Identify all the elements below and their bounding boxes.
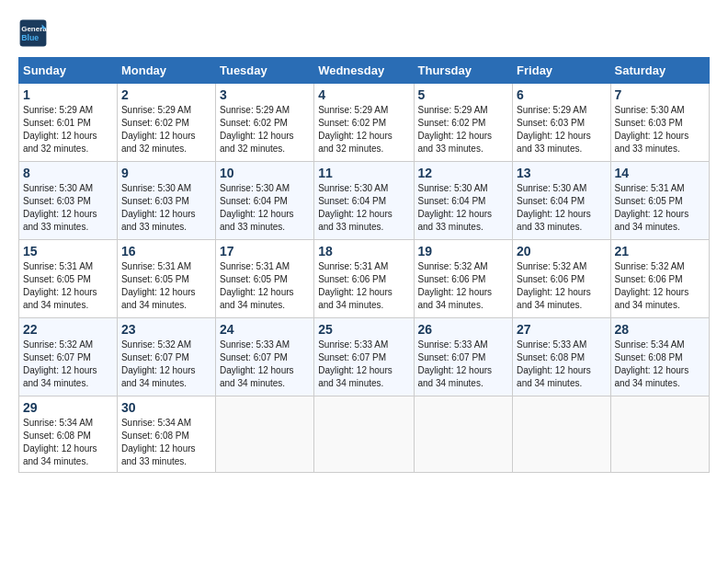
day-number: 19 [418, 244, 509, 259]
day-info: Sunrise: 5:30 AMSunset: 6:04 PMDaylight:… [318, 182, 409, 234]
calendar-cell: 19Sunrise: 5:32 AMSunset: 6:06 PMDayligh… [414, 240, 513, 318]
calendar-header-row: SundayMondayTuesdayWednesdayThursdayFrid… [19, 58, 710, 84]
calendar-cell: 10Sunrise: 5:30 AMSunset: 6:04 PMDayligh… [215, 162, 313, 240]
day-number: 29 [23, 400, 113, 415]
day-info: Sunrise: 5:31 AMSunset: 6:05 PMDaylight:… [121, 260, 211, 312]
day-info: Sunrise: 5:31 AMSunset: 6:05 PMDaylight:… [220, 260, 310, 312]
calendar-header-thursday: Thursday [414, 58, 513, 84]
day-info: Sunrise: 5:29 AMSunset: 6:02 PMDaylight:… [121, 104, 211, 155]
day-info: Sunrise: 5:32 AMSunset: 6:06 PMDaylight:… [418, 260, 509, 312]
day-number: 16 [121, 244, 211, 259]
calendar-cell: 20Sunrise: 5:32 AMSunset: 6:06 PMDayligh… [513, 240, 610, 318]
day-number: 13 [517, 166, 606, 180]
day-info: Sunrise: 5:33 AMSunset: 6:07 PMDaylight:… [220, 339, 310, 390]
day-number: 18 [318, 244, 409, 259]
day-number: 20 [517, 244, 606, 259]
calendar-cell: 25Sunrise: 5:33 AMSunset: 6:07 PMDayligh… [314, 318, 414, 396]
day-number: 26 [418, 322, 509, 337]
calendar-cell: 5Sunrise: 5:29 AMSunset: 6:02 PMDaylight… [414, 84, 513, 162]
day-number: 21 [615, 244, 705, 259]
day-info: Sunrise: 5:32 AMSunset: 6:07 PMDaylight:… [121, 339, 211, 390]
day-number: 27 [517, 322, 606, 337]
calendar-cell [314, 396, 414, 473]
day-info: Sunrise: 5:30 AMSunset: 6:03 PMDaylight:… [121, 182, 211, 234]
day-number: 6 [517, 87, 606, 102]
calendar-cell: 28Sunrise: 5:34 AMSunset: 6:08 PMDayligh… [610, 318, 709, 396]
calendar-cell: 21Sunrise: 5:32 AMSunset: 6:06 PMDayligh… [610, 240, 709, 318]
day-number: 1 [23, 87, 113, 102]
calendar-cell: 12Sunrise: 5:30 AMSunset: 6:04 PMDayligh… [414, 162, 513, 240]
calendar-cell: 2Sunrise: 5:29 AMSunset: 6:02 PMDaylight… [117, 84, 215, 162]
calendar-cell: 8Sunrise: 5:30 AMSunset: 6:03 PMDaylight… [19, 162, 118, 240]
day-info: Sunrise: 5:29 AMSunset: 6:02 PMDaylight:… [220, 104, 310, 155]
day-number: 2 [121, 87, 211, 102]
calendar-week-row: 15Sunrise: 5:31 AMSunset: 6:05 PMDayligh… [19, 240, 710, 318]
day-info: Sunrise: 5:32 AMSunset: 6:06 PMDaylight:… [517, 260, 606, 312]
day-info: Sunrise: 5:29 AMSunset: 6:02 PMDaylight:… [418, 104, 509, 155]
day-number: 25 [318, 322, 409, 337]
day-info: Sunrise: 5:34 AMSunset: 6:08 PMDaylight:… [615, 339, 705, 390]
calendar-cell: 22Sunrise: 5:32 AMSunset: 6:07 PMDayligh… [19, 318, 118, 396]
calendar-header-wednesday: Wednesday [314, 58, 414, 84]
day-info: Sunrise: 5:31 AMSunset: 6:05 PMDaylight:… [23, 260, 113, 312]
calendar-week-row: 1Sunrise: 5:29 AMSunset: 6:01 PMDaylight… [19, 84, 710, 162]
day-number: 17 [220, 244, 310, 259]
day-number: 3 [220, 87, 310, 102]
day-info: Sunrise: 5:34 AMSunset: 6:08 PMDaylight:… [121, 417, 211, 468]
calendar-cell: 15Sunrise: 5:31 AMSunset: 6:05 PMDayligh… [19, 240, 118, 318]
day-info: Sunrise: 5:33 AMSunset: 6:08 PMDaylight:… [517, 339, 606, 390]
svg-text:Blue: Blue [21, 33, 39, 42]
day-number: 28 [615, 322, 705, 337]
day-info: Sunrise: 5:31 AMSunset: 6:06 PMDaylight:… [318, 260, 409, 312]
calendar-header-sunday: Sunday [19, 58, 118, 84]
day-number: 22 [23, 322, 113, 337]
calendar-cell: 7Sunrise: 5:30 AMSunset: 6:03 PMDaylight… [610, 84, 709, 162]
calendar-week-row: 29Sunrise: 5:34 AMSunset: 6:08 PMDayligh… [19, 396, 710, 473]
day-info: Sunrise: 5:33 AMSunset: 6:07 PMDaylight:… [418, 339, 509, 390]
logo: General Blue [18, 18, 51, 48]
calendar-cell: 6Sunrise: 5:29 AMSunset: 6:03 PMDaylight… [513, 84, 610, 162]
calendar-header-tuesday: Tuesday [215, 58, 313, 84]
calendar-cell [513, 396, 610, 473]
day-info: Sunrise: 5:32 AMSunset: 6:06 PMDaylight:… [615, 260, 705, 312]
day-number: 4 [318, 87, 409, 102]
day-info: Sunrise: 5:29 AMSunset: 6:01 PMDaylight:… [23, 104, 113, 155]
day-number: 11 [318, 166, 409, 180]
calendar-cell: 26Sunrise: 5:33 AMSunset: 6:07 PMDayligh… [414, 318, 513, 396]
day-number: 12 [418, 166, 509, 180]
calendar-cell: 14Sunrise: 5:31 AMSunset: 6:05 PMDayligh… [610, 162, 709, 240]
day-number: 9 [121, 166, 211, 180]
day-info: Sunrise: 5:34 AMSunset: 6:08 PMDaylight:… [23, 417, 113, 468]
calendar-cell: 17Sunrise: 5:31 AMSunset: 6:05 PMDayligh… [215, 240, 313, 318]
day-number: 7 [615, 87, 705, 102]
calendar-header-friday: Friday [513, 58, 610, 84]
calendar-cell: 30Sunrise: 5:34 AMSunset: 6:08 PMDayligh… [117, 396, 215, 473]
day-number: 14 [615, 166, 705, 180]
calendar-cell: 18Sunrise: 5:31 AMSunset: 6:06 PMDayligh… [314, 240, 414, 318]
day-info: Sunrise: 5:30 AMSunset: 6:04 PMDaylight:… [418, 182, 509, 234]
day-number: 30 [121, 400, 211, 415]
calendar-cell: 29Sunrise: 5:34 AMSunset: 6:08 PMDayligh… [19, 396, 118, 473]
calendar-cell [215, 396, 313, 473]
day-info: Sunrise: 5:31 AMSunset: 6:05 PMDaylight:… [615, 182, 705, 234]
day-info: Sunrise: 5:30 AMSunset: 6:03 PMDaylight:… [23, 182, 113, 234]
day-info: Sunrise: 5:30 AMSunset: 6:04 PMDaylight:… [517, 182, 606, 234]
calendar-body: 1Sunrise: 5:29 AMSunset: 6:01 PMDaylight… [19, 84, 710, 473]
day-number: 5 [418, 87, 509, 102]
day-info: Sunrise: 5:30 AMSunset: 6:03 PMDaylight:… [615, 104, 705, 155]
day-info: Sunrise: 5:33 AMSunset: 6:07 PMDaylight:… [318, 339, 409, 390]
calendar-cell: 9Sunrise: 5:30 AMSunset: 6:03 PMDaylight… [117, 162, 215, 240]
calendar-cell: 27Sunrise: 5:33 AMSunset: 6:08 PMDayligh… [513, 318, 610, 396]
day-number: 24 [220, 322, 310, 337]
calendar-cell: 11Sunrise: 5:30 AMSunset: 6:04 PMDayligh… [314, 162, 414, 240]
calendar-cell: 16Sunrise: 5:31 AMSunset: 6:05 PMDayligh… [117, 240, 215, 318]
calendar-cell: 4Sunrise: 5:29 AMSunset: 6:02 PMDaylight… [314, 84, 414, 162]
calendar-cell: 13Sunrise: 5:30 AMSunset: 6:04 PMDayligh… [513, 162, 610, 240]
day-number: 23 [121, 322, 211, 337]
logo-icon: General Blue [18, 18, 48, 48]
calendar-header-saturday: Saturday [610, 58, 709, 84]
day-number: 10 [220, 166, 310, 180]
calendar-cell [414, 396, 513, 473]
calendar-cell: 24Sunrise: 5:33 AMSunset: 6:07 PMDayligh… [215, 318, 313, 396]
day-info: Sunrise: 5:29 AMSunset: 6:02 PMDaylight:… [318, 104, 409, 155]
